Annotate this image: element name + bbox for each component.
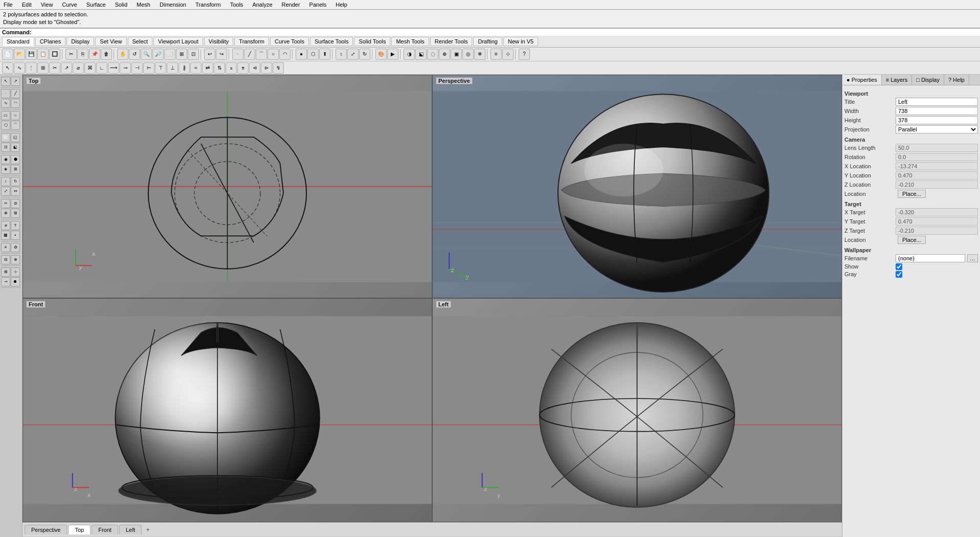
lp-srf4[interactable]: ⬕ — [11, 143, 20, 152]
tb2-a14[interactable]: ⇅ — [214, 62, 225, 74]
prop-location-place-btn[interactable]: Place... — [898, 190, 926, 198]
tb-line[interactable]: ╱ — [244, 49, 255, 60]
tb-render[interactable]: 🎨 — [375, 49, 387, 60]
menu-solid[interactable]: Solid — [114, 1, 129, 8]
tb-zoom-out[interactable]: 🔎 — [152, 49, 164, 60]
tb2-a5[interactable]: ⟶ — [108, 62, 119, 74]
tb-circle[interactable]: ○ — [268, 49, 279, 60]
tb2-a19[interactable]: ↯ — [273, 62, 284, 74]
lp-grid[interactable]: ⊞ — [1, 267, 10, 277]
lp-split[interactable]: ⊘ — [11, 199, 20, 208]
tb-zoom-sel[interactable]: ⊡ — [188, 49, 199, 60]
tb2-a1[interactable]: ↗ — [61, 62, 72, 74]
lp-block[interactable]: ▪ — [11, 231, 20, 240]
tab-new-v5[interactable]: New in V5 — [503, 37, 538, 46]
tb-arctic[interactable]: ❄ — [474, 49, 485, 60]
tb-extrude[interactable]: ⬆ — [319, 49, 330, 60]
lp-move[interactable]: ↕ — [1, 177, 10, 186]
tb2-a9[interactable]: ⊤ — [155, 62, 166, 74]
menu-help[interactable]: Help — [334, 1, 349, 8]
lp-rot[interactable]: ↻ — [11, 177, 20, 186]
tb-move[interactable]: ↕ — [336, 49, 347, 60]
tb2-ctrl[interactable]: ⊞ — [37, 62, 49, 74]
lp-snap2[interactable]: ⊹ — [11, 267, 20, 277]
lp-ln[interactable]: ╱ — [11, 89, 20, 98]
vp-tab-top[interactable]: Top — [68, 525, 91, 534]
vp-tab-left[interactable]: Left — [119, 525, 142, 534]
lp-solid4[interactable]: ⊞ — [11, 165, 20, 174]
tab-render-tools[interactable]: Render Tools — [430, 37, 473, 46]
vp-tab-add[interactable]: + — [143, 524, 153, 535]
tb2-pts[interactable]: ⋮ — [26, 62, 37, 74]
lp-pt[interactable]: · — [1, 89, 10, 98]
menu-file[interactable]: File — [2, 1, 14, 8]
prop-projection-select[interactable]: Parallel Perspective Two-Point Perspecti… — [896, 125, 978, 133]
vp-tab-perspective[interactable]: Perspective — [25, 525, 67, 534]
tb-open[interactable]: 📂 — [14, 49, 25, 60]
lp-srf2[interactable]: ◱ — [11, 133, 20, 142]
lp-gumball[interactable]: ⊕ — [11, 255, 20, 264]
lp-solid3[interactable]: ◈ — [1, 165, 10, 174]
lp-cplane[interactable]: ⊟ — [1, 255, 10, 264]
tb-sphere[interactable]: ● — [296, 49, 307, 60]
tb-help[interactable]: ? — [519, 49, 530, 60]
menu-curve[interactable]: Curve — [60, 1, 78, 8]
tab-visibility[interactable]: Visibility — [204, 37, 234, 46]
tb2-a16[interactable]: ⌆ — [237, 62, 249, 74]
lp-mirror[interactable]: ⇔ — [11, 187, 20, 196]
tb-arc[interactable]: ◠ — [279, 49, 291, 60]
menu-render[interactable]: Render — [280, 1, 302, 8]
tb2-a15[interactable]: ⌅ — [226, 62, 237, 74]
lp-select2[interactable]: ↗ — [11, 77, 20, 86]
viewport-left-label[interactable]: Left — [436, 301, 451, 308]
prop-gray-checkbox[interactable] — [896, 271, 902, 278]
tb-undo[interactable]: ↩ — [204, 49, 215, 60]
lp-trim[interactable]: ✂ — [1, 199, 10, 208]
tb-rotate-view[interactable]: ↺ — [129, 49, 140, 60]
tb-snap[interactable]: ⊹ — [502, 49, 514, 60]
tb-zoom-window[interactable]: ⬜ — [164, 49, 175, 60]
tb2-curve[interactable]: ∿ — [14, 62, 25, 74]
lp-osnap[interactable]: ⊸ — [1, 277, 10, 286]
prop-target-place-btn[interactable]: Place... — [898, 236, 926, 244]
lp-dim[interactable]: ⌀ — [1, 221, 10, 230]
tb-redo[interactable]: ↪ — [216, 49, 227, 60]
tab-select[interactable]: Select — [128, 37, 153, 46]
lp-join[interactable]: ⊕ — [1, 209, 10, 218]
tb-paste[interactable]: 📌 — [89, 49, 100, 60]
rp-tab-help[interactable]: ? Help — [944, 75, 969, 85]
lp-arc[interactable]: ◠ — [11, 99, 20, 108]
lp-text[interactable]: T — [11, 221, 20, 230]
tb-zoom-in[interactable]: 🔍 — [141, 49, 152, 60]
tab-surface-tools[interactable]: Surface Tools — [310, 37, 353, 46]
command-input[interactable] — [33, 29, 978, 35]
tb-layer[interactable]: ≡ — [491, 49, 502, 60]
tab-mesh-tools[interactable]: Mesh Tools — [391, 37, 429, 46]
tb2-arrow[interactable]: ↖ — [2, 62, 13, 74]
viewport-perspective[interactable]: Perspective — [432, 75, 842, 299]
lp-layer[interactable]: ≡ — [1, 243, 10, 252]
viewport-top-label[interactable]: Top — [26, 77, 41, 84]
menu-tools[interactable]: Tools — [229, 1, 245, 8]
lp-scale-t[interactable]: ⤢ — [1, 187, 10, 196]
viewport-left[interactable]: Left — [432, 298, 842, 522]
lp-rect[interactable]: ▭ — [1, 111, 10, 120]
vp-tab-front[interactable]: Front — [92, 525, 118, 534]
viewport-front-label[interactable]: Front — [26, 301, 46, 308]
tb-rotate[interactable]: ↻ — [359, 49, 370, 60]
tb2-a3[interactable]: ⌘ — [84, 62, 96, 74]
tb2-a7[interactable]: ⊣ — [131, 62, 143, 74]
lp-poly[interactable]: ⬡ — [1, 121, 10, 130]
tb-scale[interactable]: ⤢ — [347, 49, 359, 60]
lp-solid1[interactable]: ◉ — [1, 155, 10, 164]
tb-point[interactable]: · — [232, 49, 243, 60]
menu-transform[interactable]: Transform — [194, 1, 222, 8]
lp-solid2[interactable]: ⬢ — [11, 155, 20, 164]
tb-cut[interactable]: ✂ — [65, 49, 77, 60]
tb2-a4[interactable]: ∟ — [96, 62, 107, 74]
tb2-a8[interactable]: ⊢ — [143, 62, 154, 74]
lp-freeform[interactable]: ⌒ — [11, 121, 20, 130]
tb2-a2[interactable]: ⌀ — [73, 62, 84, 74]
rp-tab-layers[interactable]: ≡ Layers — [882, 75, 912, 85]
menu-analyze[interactable]: Analyze — [251, 1, 274, 8]
